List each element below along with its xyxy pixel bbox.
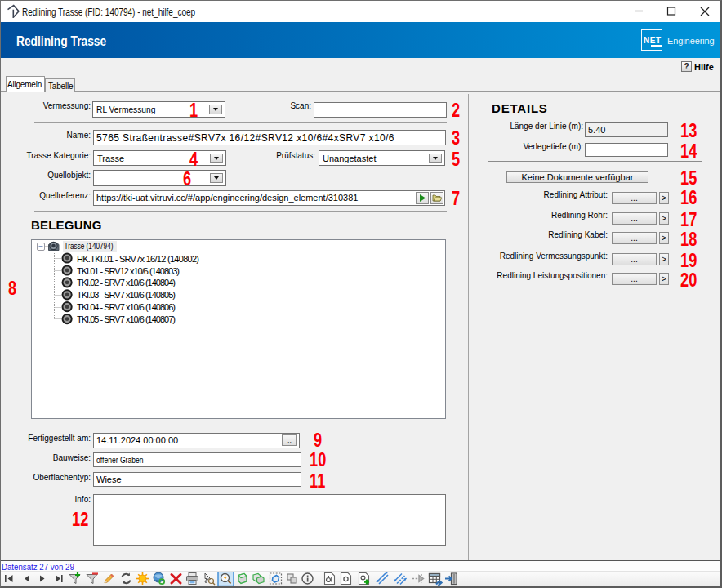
svg-text:TKI.01 - SRV12 x10/6 (140803): TKI.01 - SRV12 x10/6 (140803) — [77, 266, 180, 276]
svg-text:TKI.04 - SRV7 x10/6 (140806): TKI.04 - SRV7 x10/6 (140806) — [77, 302, 176, 312]
svg-text:Trasse (140794): Trasse (140794) — [65, 241, 114, 251]
svg-text:TKI.05 - SRV7 x10/6 (140807): TKI.05 - SRV7 x10/6 (140807) — [77, 314, 176, 324]
svg-text:TKI.03 - SRV7 x10/6 (140805): TKI.03 - SRV7 x10/6 (140805) — [77, 290, 176, 300]
svg-text:HK.TKI.01 - SRV7x 16/12 (14080: HK.TKI.01 - SRV7x 16/12 (140802) — [77, 254, 199, 264]
svg-text:TKI.02 - SRV7 x10/6 (140804): TKI.02 - SRV7 x10/6 (140804) — [77, 278, 176, 287]
